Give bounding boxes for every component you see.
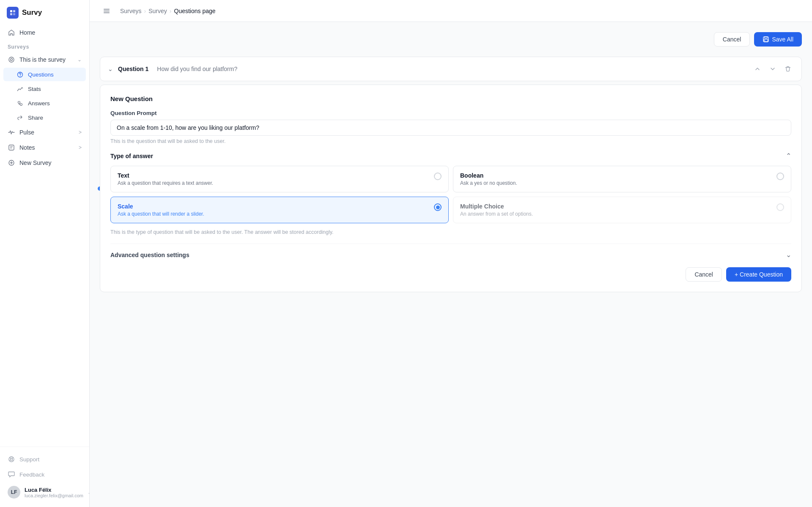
- sidebar-item-answers[interactable]: Answers: [3, 96, 86, 110]
- prompt-hint: This is the question that will be asked …: [110, 138, 791, 144]
- pulse-label: Pulse: [19, 129, 34, 136]
- type-scale-name: Scale: [118, 203, 429, 210]
- feedback-icon: [8, 471, 15, 478]
- sidebar-item-support[interactable]: Support: [3, 452, 86, 466]
- surveys-section-label: Surveys: [3, 41, 86, 52]
- breadcrumb-current: Questions page: [174, 8, 216, 14]
- cancel-button[interactable]: Cancel: [714, 32, 750, 47]
- arrow-down-icon: [770, 66, 776, 72]
- question-prompt-input[interactable]: [110, 120, 791, 136]
- svg-point-8: [18, 101, 20, 103]
- questions-icon: [16, 71, 24, 78]
- type-multiple-card: Multiple Choice An answer from a set of …: [453, 197, 791, 223]
- q1-text: How did you find our platform?: [157, 66, 746, 72]
- user-email: luca.ziegler.felix@gmail.com: [25, 493, 83, 498]
- svg-line-21: [12, 460, 13, 460]
- topbar: Surveys › Survey › Questions page: [90, 0, 812, 22]
- svg-rect-25: [104, 11, 110, 11]
- breadcrumb-survey[interactable]: Survey: [148, 8, 167, 14]
- answers-label: Answers: [28, 100, 50, 107]
- q1-delete-button[interactable]: [782, 63, 794, 75]
- sidebar-item-notes[interactable]: Notes >: [3, 140, 86, 155]
- breadcrumb-surveys[interactable]: Surveys: [120, 8, 142, 14]
- sidebar-item-stats[interactable]: Stats: [3, 82, 86, 96]
- q1-move-down-button[interactable]: [767, 63, 779, 75]
- app-logo[interactable]: Survy: [0, 0, 89, 24]
- home-label: Home: [19, 29, 35, 36]
- survey-name: This is the survey: [19, 56, 66, 63]
- notes-label: Notes: [19, 144, 35, 151]
- new-question-title: New Question: [110, 95, 791, 102]
- new-survey-icon: [8, 159, 15, 167]
- stats-icon: [16, 85, 24, 93]
- question-1-row: ⌄ Question 1 How did you find our platfo…: [100, 57, 802, 81]
- type-multiple-desc: An answer from a set of options.: [460, 211, 771, 217]
- create-label: + Create Question: [735, 271, 783, 278]
- sidebar-item-feedback[interactable]: Feedback: [3, 467, 86, 482]
- advanced-label: Advanced question settings: [110, 252, 189, 258]
- type-scale-radio[interactable]: [434, 203, 442, 211]
- breadcrumb: Surveys › Survey › Questions page: [120, 8, 216, 14]
- svg-rect-2: [10, 13, 12, 15]
- q1-collapse-icon[interactable]: ⌄: [108, 66, 113, 72]
- svg-line-23: [10, 460, 11, 460]
- svg-point-4: [9, 57, 14, 62]
- type-boolean-radio[interactable]: [776, 173, 784, 180]
- user-info: Luca Félix luca.ziegler.felix@gmail.com: [25, 487, 83, 498]
- sidebar-item-share[interactable]: Share: [3, 111, 86, 124]
- user-profile[interactable]: LF Luca Félix luca.ziegler.felix@gmail.c…: [3, 482, 86, 502]
- form-actions: Cancel + Create Question: [110, 267, 791, 282]
- svg-line-20: [10, 458, 11, 458]
- svg-rect-3: [13, 13, 15, 15]
- save-all-button[interactable]: Save All: [754, 32, 802, 47]
- avatar: LF: [8, 486, 20, 499]
- type-text-radio[interactable]: [434, 173, 442, 180]
- breadcrumb-sep-1: ›: [144, 8, 146, 14]
- sidebar-item-new-survey[interactable]: New Survey: [3, 156, 86, 170]
- q1-move-up-button[interactable]: [752, 63, 763, 75]
- pulse-icon: [8, 129, 15, 136]
- sidebar-item-pulse[interactable]: Pulse >: [3, 125, 86, 140]
- sidebar-toggle-button[interactable]: [100, 4, 113, 18]
- feedback-label: Feedback: [19, 471, 44, 478]
- form-cancel-button[interactable]: Cancel: [686, 267, 722, 282]
- svg-rect-28: [765, 37, 767, 38]
- svg-rect-24: [104, 9, 110, 10]
- svg-rect-0: [10, 10, 12, 12]
- support-icon: [8, 455, 15, 463]
- survey-icon: [8, 56, 15, 63]
- type-hint: This is the type of question that will b…: [110, 229, 791, 235]
- type-text-card[interactable]: Text Ask a question that requires a text…: [110, 166, 449, 192]
- share-label: Share: [28, 115, 43, 121]
- advanced-settings-row: Advanced question settings ⌄: [110, 244, 791, 259]
- type-text-desc: Ask a question that requires a text answ…: [118, 180, 429, 186]
- new-question-container: New Question Question Prompt This is the…: [100, 85, 802, 292]
- type-label: Type of answer: [110, 153, 153, 159]
- prompt-label: Question Prompt: [110, 110, 791, 116]
- stats-label: Stats: [28, 86, 41, 92]
- type-scale-info: Scale Ask a question that will render a …: [118, 203, 429, 217]
- trash-icon: [785, 66, 791, 72]
- type-boolean-card[interactable]: Boolean Ask a yes or no question.: [453, 166, 791, 192]
- app-name: Survy: [22, 8, 42, 17]
- sidebar: Survy Home Surveys This is the survey ⌄: [0, 0, 90, 507]
- type-scale-card[interactable]: Scale Ask a question that will render a …: [110, 197, 449, 223]
- save-icon: [763, 36, 769, 43]
- new-survey-label: New Survey: [19, 159, 51, 166]
- sidebar-item-survey[interactable]: This is the survey ⌄: [3, 52, 86, 67]
- create-question-button[interactable]: + Create Question: [726, 267, 791, 282]
- notes-chevron-icon: >: [79, 145, 82, 151]
- type-section-header: Type of answer ⌃: [110, 152, 791, 160]
- sidebar-nav: Home Surveys This is the survey ⌄ Qu: [0, 24, 89, 447]
- type-toggle-icon[interactable]: ⌃: [786, 152, 791, 160]
- arrow-up-icon: [754, 66, 760, 72]
- type-text-name: Text: [118, 172, 429, 179]
- sidebar-item-questions[interactable]: Questions: [3, 68, 86, 81]
- sidebar-item-home[interactable]: Home: [3, 25, 86, 40]
- type-boolean-desc: Ask a yes or no question.: [460, 180, 771, 186]
- advanced-chevron-icon[interactable]: ⌄: [786, 251, 791, 259]
- sidebar-bottom: Support Feedback LF Luca Félix luca.zieg…: [0, 447, 89, 507]
- action-bar: Cancel Save All: [100, 32, 802, 47]
- home-icon: [8, 29, 15, 36]
- q1-label: Question 1: [118, 66, 148, 72]
